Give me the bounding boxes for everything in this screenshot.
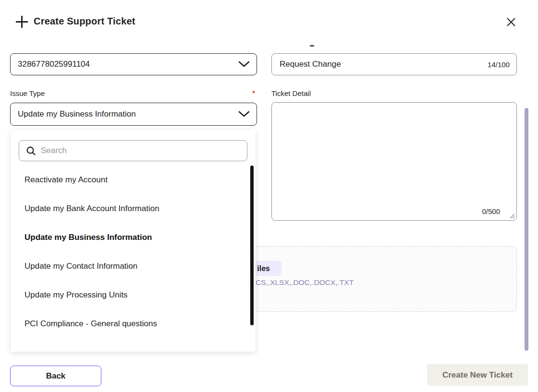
issue-type-select-value: Update my Business Information [18,109,238,119]
dropdown-option[interactable]: PCI Compliance - General questions [11,309,248,338]
dropdown-options: Reactivate my AccountUpdate my Bank Acco… [11,166,248,338]
accepted-file-types-text: CS,.XLSX,.DOC,.DOCX,.TXT [256,278,354,287]
modal-scrollbar[interactable] [525,108,528,351]
issue-type-select[interactable]: Update my Business Information [10,103,257,126]
account-select-value: 3286778025991104 [18,59,238,69]
dropdown-option[interactable]: Update my Contact Information [11,252,248,281]
dropdown-search-input[interactable] [41,146,247,155]
truncated-label-fragment [310,45,314,47]
page-title: Create Support Ticket [34,16,135,27]
issue-type-dropdown-panel: Reactivate my AccountUpdate my Bank Acco… [11,130,256,352]
required-asterisk: * [253,89,255,97]
account-select[interactable]: 3286778025991104 [10,53,257,75]
plus-icon [15,15,29,29]
ticket-title-input[interactable] [273,59,488,69]
back-button[interactable]: Back [10,366,101,386]
search-icon [19,146,41,156]
chevron-down-icon [238,111,250,118]
dropdown-option[interactable]: Update my Business Information [11,223,248,252]
dropdown-option[interactable]: Reactivate my Account [11,166,248,194]
ticket-title-counter: 14/100 [488,60,510,69]
issue-type-label-row: Issue Type * [10,89,257,99]
resize-handle-icon[interactable] [508,212,515,219]
upload-files-button-label: iles [257,264,270,273]
ticket-title-field[interactable]: 14/100 [271,53,517,75]
ticket-detail-label: Ticket Detail [271,89,311,97]
close-icon[interactable] [504,15,518,29]
ticket-detail-field: 0/500 [271,102,517,221]
issue-type-label: Issue Type [10,89,45,97]
dropdown-option[interactable]: Update my Processing Units [11,281,248,309]
create-new-ticket-button[interactable]: Create New Ticket [427,364,528,386]
ticket-detail-counter: 0/500 [482,207,500,215]
ticket-detail-textarea[interactable] [272,103,516,220]
chevron-down-icon [238,61,250,68]
dropdown-search-field[interactable] [19,140,247,161]
dropdown-scrollbar[interactable] [250,166,254,325]
dropdown-option[interactable]: Update my Bank Account Information [11,194,248,223]
